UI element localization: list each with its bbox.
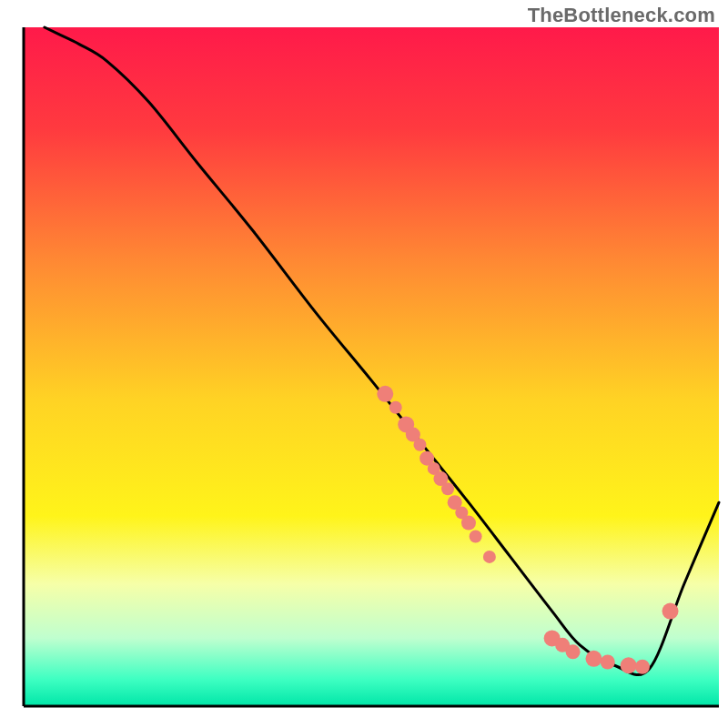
chart-container: TheBottleneck.com (0, 0, 728, 728)
plot-background (24, 27, 719, 706)
highlight-dot (377, 386, 393, 402)
highlight-dot (461, 516, 476, 531)
highlight-dot (470, 531, 482, 543)
highlight-dot (566, 644, 581, 659)
highlight-dot (585, 651, 602, 667)
highlight-dot (621, 657, 637, 673)
highlight-dot (635, 660, 650, 674)
highlight-dot (413, 439, 426, 451)
watermark-text: TheBottleneck.com (528, 4, 715, 27)
highlight-dot (662, 603, 679, 620)
highlight-dot (389, 401, 402, 414)
highlight-dot (441, 482, 454, 495)
highlight-dot (601, 655, 615, 670)
highlight-dot (483, 551, 496, 563)
bottleneck-chart (0, 0, 728, 728)
